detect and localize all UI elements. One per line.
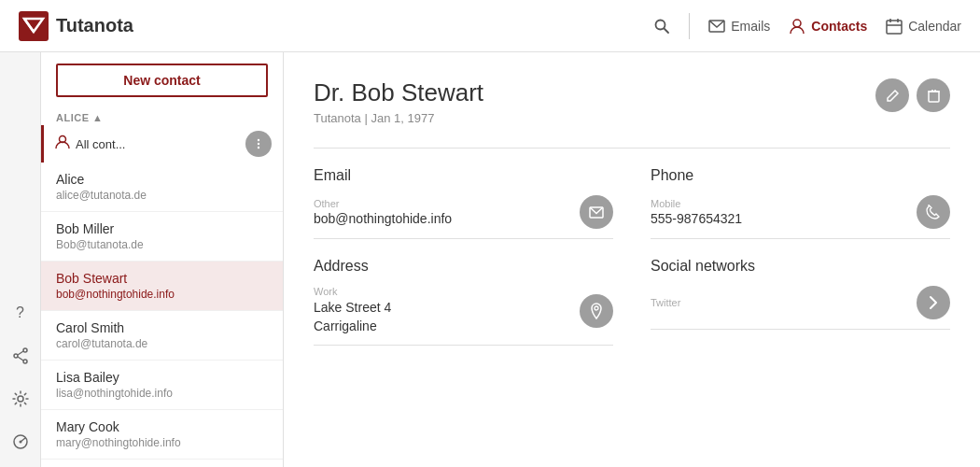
new-contact-button[interactable]: New contact (56, 64, 268, 97)
svg-point-16 (18, 396, 23, 402)
main-layout: ? New contact ALICE (0, 52, 980, 467)
address-section-title: Address (314, 258, 613, 275)
social-field-row: Twitter (651, 286, 950, 330)
calendar-icon (886, 18, 903, 35)
search-button[interactable] (653, 18, 670, 35)
email-field-row: Other bob@nothingtohide.info (314, 195, 613, 239)
address-label: Work (314, 286, 391, 297)
nav-divider (689, 13, 690, 39)
phone-section-title: Phone (651, 167, 950, 184)
contact-name: Lisa Bailey (56, 370, 268, 385)
help-icon[interactable]: ? (10, 303, 31, 323)
contact-email: mary@nothingtohide.info (56, 436, 268, 449)
group-label: ALICE ▲ (41, 108, 283, 125)
contact-email: Bob@tutanota.de (56, 238, 268, 251)
email-section-title: Email (314, 167, 613, 184)
delete-contact-button[interactable] (917, 78, 950, 112)
svg-point-11 (23, 348, 27, 352)
svg-point-12 (14, 354, 18, 358)
email-value: bob@nothingtohide.info (314, 211, 452, 226)
svg-point-28 (595, 306, 598, 310)
share-icon[interactable] (10, 346, 31, 366)
open-social-button[interactable] (917, 286, 950, 319)
address-line2: Carrigaline (314, 318, 377, 333)
address-field-content: Work Lake Street 4 Carrigaline (314, 286, 391, 335)
nav-actions: Emails Contacts Calendar (653, 13, 961, 39)
contacts-list: Alice alice@tutanota.de Bob Miller Bob@t… (41, 163, 283, 467)
map-address-button[interactable] (580, 294, 613, 328)
top-navigation: Tutanota Emails (0, 0, 980, 52)
contact-email: carol@tutanota.de (56, 337, 268, 350)
contact-name: Bob Stewart (56, 271, 268, 286)
contact-name: Mary Cook (56, 419, 268, 434)
phone-section: Phone Mobile 555-987654321 (651, 167, 950, 239)
logo-area: Tutanota (19, 11, 635, 41)
contacts-icon (789, 18, 805, 35)
email-section: Email Other bob@nothingtohide.info (314, 167, 613, 239)
contacts-panel: New contact ALICE ▲ All cont... Ali (41, 52, 284, 467)
svg-point-22 (258, 147, 259, 149)
contact-name: Dr. Bob Stewart (314, 78, 875, 107)
svg-point-18 (19, 441, 21, 444)
sidebar: ? (0, 52, 41, 467)
social-section-title: Social networks (651, 258, 950, 275)
detail-divider (314, 148, 950, 149)
calendar-label: Calendar (908, 19, 961, 34)
detail-actions (875, 78, 950, 112)
contact-list-item[interactable]: Bob Stewart bob@nothingtohide.info (41, 262, 283, 311)
contact-email: bob@nothingtohide.info (56, 288, 268, 301)
contact-list-item[interactable]: Mary Cook mary@nothingtohide.info (41, 410, 283, 460)
phone-field-content: Mobile 555-987654321 (651, 198, 742, 226)
calendar-nav[interactable]: Calendar (886, 18, 961, 35)
send-email-button[interactable] (580, 195, 613, 229)
account-icon[interactable] (10, 432, 31, 452)
contact-info: Dr. Bob Stewart Tutanota | Jan 1, 1977 (314, 78, 875, 125)
contact-header: Dr. Bob Stewart Tutanota | Jan 1, 1977 (314, 78, 950, 125)
contact-email: lisa@nothingtohide.info (56, 387, 268, 400)
svg-line-15 (18, 357, 23, 361)
contact-name: Alice (56, 172, 268, 187)
social-section: Social networks Twitter (651, 258, 950, 346)
contacts-nav[interactable]: Contacts (789, 18, 867, 35)
svg-line-14 (18, 351, 23, 355)
address-line1: Lake Street 4 (314, 300, 391, 315)
contact-subtitle: Tutanota | Jan 1, 1977 (314, 111, 875, 125)
email-field-content: Other bob@nothingtohide.info (314, 198, 452, 226)
contact-list-item[interactable]: Lisa Bailey lisa@nothingtohide.info (41, 361, 283, 410)
contact-list-item[interactable]: Carol Smith carol@tutanota.de (41, 311, 283, 361)
call-phone-button[interactable] (917, 195, 950, 229)
address-section: Address Work Lake Street 4 Carrigaline (314, 258, 613, 346)
contact-list-item[interactable]: Michael Adams michael@nothingtohide.info (41, 460, 283, 467)
social-field-content: Twitter (651, 297, 680, 308)
contact-list-item[interactable]: Bob Miller Bob@tutanota.de (41, 212, 283, 262)
svg-point-13 (23, 360, 27, 363)
phone-field-row: Mobile 555-987654321 (651, 195, 950, 239)
tutanota-logo-icon (19, 11, 49, 41)
phone-label: Mobile (651, 198, 742, 209)
contacts-label: Contacts (811, 19, 867, 34)
person-icon (55, 134, 70, 153)
contact-list-item[interactable]: Alice alice@tutanota.de (41, 163, 283, 212)
edit-contact-button[interactable] (875, 78, 909, 112)
email-icon (708, 18, 725, 35)
search-icon (653, 18, 670, 35)
svg-rect-7 (887, 21, 902, 34)
all-contacts-row[interactable]: All cont... (41, 125, 283, 163)
social-label: Twitter (651, 297, 680, 308)
app-name: Tutanota (56, 15, 133, 36)
emails-nav[interactable]: Emails (708, 18, 770, 35)
svg-point-21 (258, 143, 259, 145)
svg-point-20 (258, 139, 259, 141)
detail-panel: Dr. Bob Stewart Tutanota | Jan 1, 1977 (284, 52, 980, 467)
email-label: Other (314, 198, 452, 209)
svg-line-4 (665, 28, 669, 33)
more-options-button[interactable] (245, 131, 272, 157)
contact-name: Bob Miller (56, 221, 268, 236)
contact-email: alice@tutanota.de (56, 189, 268, 202)
sections-grid: Email Other bob@nothingtohide.info (314, 167, 950, 346)
svg-point-6 (793, 20, 801, 27)
svg-rect-0 (19, 11, 49, 41)
address-value: Lake Street 4 Carrigaline (314, 299, 391, 335)
settings-icon[interactable] (10, 389, 31, 409)
contact-name: Carol Smith (56, 320, 268, 335)
